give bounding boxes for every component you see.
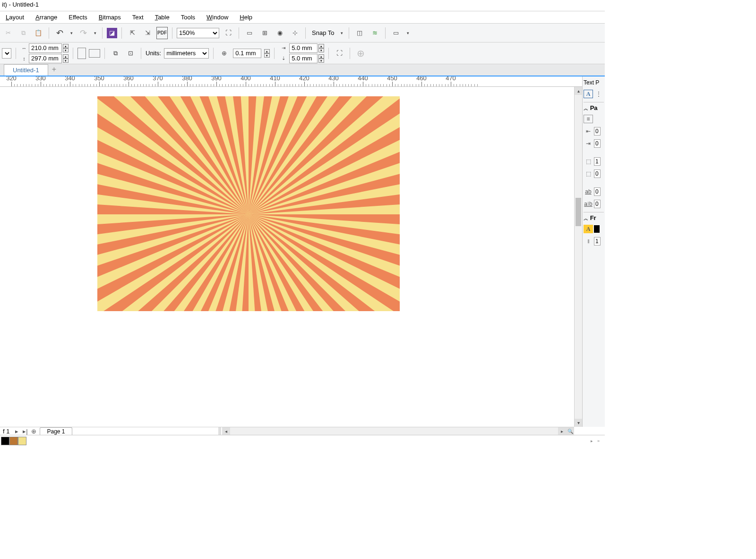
nudge-spinner[interactable]: ▴▾ bbox=[264, 49, 270, 58]
menu-layout[interactable]: Layout bbox=[1, 12, 29, 22]
page-height-input[interactable] bbox=[29, 54, 62, 63]
redo-icon: ↷ bbox=[77, 27, 89, 39]
splitter[interactable] bbox=[218, 427, 221, 435]
indent-right-input[interactable] bbox=[594, 139, 601, 148]
zoom-fit-icon[interactable]: ⛶ bbox=[222, 27, 234, 39]
document-tab[interactable]: Untitled-1 bbox=[4, 64, 48, 76]
chevron-up-icon[interactable]: ︽ bbox=[584, 216, 588, 221]
rulers-icon[interactable]: ⊞ bbox=[258, 27, 271, 39]
undo-icon[interactable]: ↶ bbox=[53, 27, 66, 39]
menu-effects[interactable]: Effects bbox=[64, 12, 92, 22]
docker-title: Text P bbox=[584, 78, 604, 87]
dupy-spinner[interactable]: ▴▾ bbox=[318, 54, 324, 63]
vertical-scrollbar[interactable]: ▴ ▾ bbox=[574, 87, 582, 427]
launch-icon[interactable]: ≋ bbox=[369, 27, 381, 39]
add-page-icon[interactable]: ⊕ bbox=[29, 428, 38, 435]
undo-dropdown[interactable]: ▾ bbox=[69, 27, 74, 39]
sunburst-artwork[interactable] bbox=[97, 96, 400, 311]
nudge-input[interactable] bbox=[233, 49, 261, 58]
palette-menu-icon[interactable]: » bbox=[597, 439, 604, 443]
window-title: it) - Untitled-1 bbox=[2, 1, 39, 8]
title-bar: it) - Untitled-1 bbox=[0, 0, 605, 11]
chevron-up-icon[interactable]: ︽ bbox=[584, 106, 588, 111]
word-spacing-input[interactable] bbox=[594, 200, 601, 208]
page-count-label: f 1 bbox=[0, 428, 12, 435]
horizontal-ruler[interactable]: millimeters 3203303403503603703803904004… bbox=[0, 76, 605, 87]
menu-arrange[interactable]: Arrange bbox=[31, 12, 62, 22]
columns-icon: ⦀ bbox=[584, 237, 593, 246]
duplicate-y-input[interactable] bbox=[289, 54, 318, 63]
nolist-icon[interactable]: ≡ bbox=[584, 115, 593, 123]
search-icon[interactable]: ◪ bbox=[107, 28, 117, 38]
scroll-down-icon[interactable]: ▾ bbox=[575, 419, 582, 427]
app-icon[interactable]: ▭ bbox=[390, 27, 402, 39]
standard-toolbar: ✂ ⧉ 📋 ↶ ▾ ↷ ▾ ◪ ⇱ ⇲ PDF 150% ⛶ ▭ ⊞ ◉ ⊹ S… bbox=[0, 24, 605, 42]
color-swatch[interactable] bbox=[18, 437, 26, 445]
scroll-right-icon[interactable]: ▸ bbox=[558, 427, 566, 435]
paste-icon[interactable]: 📋 bbox=[32, 27, 44, 39]
after-para-input[interactable] bbox=[594, 169, 601, 178]
portrait-icon[interactable] bbox=[77, 48, 86, 59]
horizontal-scrollbar[interactable]: ◂ ▸ 🔍 bbox=[222, 427, 574, 435]
color-swatch[interactable] bbox=[1, 437, 9, 445]
width-spinner[interactable]: ▴▾ bbox=[63, 44, 69, 52]
export-icon[interactable]: ⇲ bbox=[141, 27, 154, 39]
last-page-icon[interactable]: ▸| bbox=[21, 428, 29, 435]
menu-help[interactable]: Help bbox=[235, 12, 257, 22]
palette-right-icon[interactable]: ▸ bbox=[591, 439, 597, 443]
menu-tools[interactable]: Tools bbox=[176, 12, 200, 22]
zoom-icon[interactable]: 🔍 bbox=[566, 427, 574, 435]
current-page-icon[interactable]: ⊡ bbox=[124, 47, 137, 59]
font-bg-icon[interactable]: A bbox=[584, 225, 593, 233]
snap-to-label[interactable]: Snap To bbox=[310, 29, 336, 36]
char-spacing-icon: ab bbox=[584, 187, 593, 196]
next-page-icon[interactable]: ▸ bbox=[12, 428, 21, 435]
all-pages-icon[interactable]: ⧉ bbox=[109, 47, 121, 59]
menu-table[interactable]: Table bbox=[150, 12, 174, 22]
color-swatch[interactable] bbox=[594, 225, 600, 233]
char-spacing-input[interactable] bbox=[594, 187, 601, 196]
page-size-select[interactable] bbox=[2, 48, 11, 59]
copy-icon: ⧉ bbox=[17, 27, 29, 39]
options-icon[interactable]: ◫ bbox=[353, 27, 366, 39]
zoom-select[interactable]: 150% bbox=[177, 28, 219, 38]
color-swatch[interactable] bbox=[9, 437, 18, 445]
para-icon[interactable]: ⋮ bbox=[594, 90, 603, 98]
document-tabs: Untitled-1 + bbox=[0, 64, 605, 76]
add-preset-icon[interactable]: ⊕ bbox=[354, 47, 367, 59]
menu-bitmaps[interactable]: Bitmaps bbox=[94, 12, 126, 22]
units-select[interactable]: millimeters bbox=[164, 48, 209, 59]
before-para-icon: ⬚ bbox=[584, 157, 593, 166]
import-icon[interactable]: ⇱ bbox=[126, 27, 138, 39]
scroll-left-icon[interactable]: ◂ bbox=[222, 427, 230, 435]
scroll-up-icon[interactable]: ▴ bbox=[575, 87, 582, 95]
menu-window[interactable]: Window bbox=[202, 12, 233, 22]
menu-text[interactable]: Text bbox=[128, 12, 148, 22]
canvas[interactable] bbox=[0, 87, 582, 427]
scroll-thumb[interactable] bbox=[576, 198, 581, 226]
text-properties-docker: Text P A⋮ ︽ Pa ≡ ⇤ ⇥ ⬚ ⬚ ab a⁞b ︽ Fr A ⦀ bbox=[582, 76, 605, 427]
snap-dropdown[interactable]: ▾ bbox=[339, 27, 344, 39]
treat-as-filled-icon[interactable]: ⛶ bbox=[333, 47, 345, 59]
char-icon[interactable]: A bbox=[584, 90, 593, 98]
units-label: Units: bbox=[146, 50, 161, 57]
guides-icon[interactable]: ⊹ bbox=[289, 27, 301, 39]
page-tab[interactable]: Page 1 bbox=[40, 427, 72, 435]
pdf-icon[interactable]: PDF bbox=[156, 27, 168, 39]
section-paragraph: Pa bbox=[590, 104, 598, 111]
dupx-spinner[interactable]: ▴▾ bbox=[318, 44, 324, 52]
indent-right-icon: ⇥ bbox=[584, 139, 593, 148]
page-width-input[interactable] bbox=[29, 43, 62, 53]
indent-left-input[interactable] bbox=[594, 127, 601, 136]
fullscreen-icon[interactable]: ▭ bbox=[243, 27, 256, 39]
add-document-icon[interactable]: + bbox=[48, 63, 60, 76]
landscape-icon[interactable] bbox=[89, 49, 100, 58]
height-icon: ↕ bbox=[20, 55, 28, 62]
app-dropdown[interactable]: ▾ bbox=[405, 27, 411, 39]
before-para-input[interactable] bbox=[594, 157, 601, 166]
duplicate-x-input[interactable] bbox=[289, 43, 318, 53]
grid-icon[interactable]: ◉ bbox=[274, 27, 286, 39]
columns-input[interactable] bbox=[594, 237, 601, 246]
height-spinner[interactable]: ▴▾ bbox=[63, 54, 69, 63]
redo-dropdown[interactable]: ▾ bbox=[92, 27, 98, 39]
